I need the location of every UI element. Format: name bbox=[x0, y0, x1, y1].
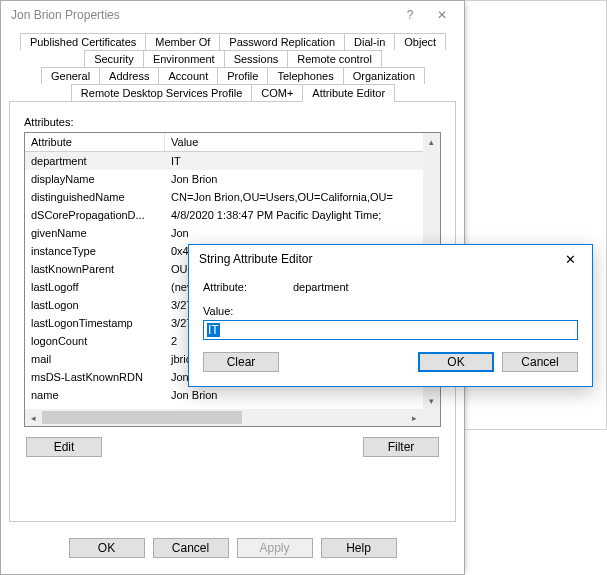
modal-cancel-button[interactable]: Cancel bbox=[502, 352, 578, 372]
value-input[interactable]: IT bbox=[203, 320, 578, 340]
cell-attribute: msDS-LastKnownRDN bbox=[25, 371, 165, 383]
cell-attribute: distinguishedName bbox=[25, 191, 165, 203]
help-button[interactable]: Help bbox=[321, 538, 397, 558]
filter-button[interactable]: Filter bbox=[363, 437, 439, 457]
modal-titlebar[interactable]: String Attribute Editor ✕ bbox=[189, 245, 592, 273]
tabs: Published CertificatesMember OfPassword … bbox=[9, 33, 456, 102]
close-icon[interactable]: ✕ bbox=[428, 5, 456, 25]
cell-attribute: logonCount bbox=[25, 335, 165, 347]
tab-object[interactable]: Object bbox=[394, 33, 446, 50]
cell-attribute: lastLogoff bbox=[25, 281, 165, 293]
scroll-down-icon[interactable]: ▾ bbox=[423, 392, 440, 409]
modal-ok-button[interactable]: OK bbox=[418, 352, 494, 372]
table-row[interactable]: givenNameJon bbox=[25, 224, 440, 242]
cell-attribute: lastLogon bbox=[25, 299, 165, 311]
scroll-right-icon[interactable]: ▸ bbox=[406, 409, 423, 426]
col-attribute[interactable]: Attribute bbox=[25, 133, 165, 151]
tab-remote-desktop-services-profile[interactable]: Remote Desktop Services Profile bbox=[71, 84, 252, 101]
cancel-button[interactable]: Cancel bbox=[153, 538, 229, 558]
ok-button[interactable]: OK bbox=[69, 538, 145, 558]
horizontal-scrollbar[interactable]: ◂ ▸ bbox=[25, 409, 440, 426]
tab-organization[interactable]: Organization bbox=[343, 67, 425, 84]
value-label: Value: bbox=[203, 305, 578, 317]
cell-value: 4/8/2020 1:38:47 PM Pacific Daylight Tim… bbox=[165, 209, 440, 221]
cell-value: CN=Jon Brion,OU=Users,OU=California,OU= bbox=[165, 191, 440, 203]
cell-attribute: displayName bbox=[25, 173, 165, 185]
scroll-left-icon[interactable]: ◂ bbox=[25, 409, 42, 426]
cell-value: IT bbox=[165, 155, 440, 167]
tab-password-replication[interactable]: Password Replication bbox=[219, 33, 345, 50]
tab-published-certificates[interactable]: Published Certificates bbox=[20, 33, 146, 50]
edit-button[interactable]: Edit bbox=[26, 437, 102, 457]
cell-attribute: name bbox=[25, 389, 165, 401]
table-row[interactable]: distinguishedNameCN=Jon Brion,OU=Users,O… bbox=[25, 188, 440, 206]
window-title: Jon Brion Properties bbox=[11, 8, 120, 22]
tab-account[interactable]: Account bbox=[158, 67, 218, 84]
value-input-text: IT bbox=[207, 323, 220, 337]
tab-attribute-editor[interactable]: Attribute Editor bbox=[302, 84, 395, 102]
tab-general[interactable]: General bbox=[41, 67, 100, 84]
tab-remote-control[interactable]: Remote control bbox=[287, 50, 382, 67]
table-row[interactable]: departmentIT bbox=[25, 152, 440, 170]
cell-attribute: dSCorePropagationD... bbox=[25, 209, 165, 221]
cell-attribute: department bbox=[25, 155, 165, 167]
tab-profile[interactable]: Profile bbox=[217, 67, 268, 84]
cell-attribute: givenName bbox=[25, 227, 165, 239]
cell-attribute: lastLogonTimestamp bbox=[25, 317, 165, 329]
apply-button[interactable]: Apply bbox=[237, 538, 313, 558]
table-row[interactable]: displayNameJon Brion bbox=[25, 170, 440, 188]
close-icon[interactable]: ✕ bbox=[552, 247, 588, 271]
tab-member-of[interactable]: Member Of bbox=[145, 33, 220, 50]
tab-telephones[interactable]: Telephones bbox=[267, 67, 343, 84]
table-header[interactable]: Attribute Value bbox=[25, 133, 440, 152]
cell-attribute: lastKnownParent bbox=[25, 263, 165, 275]
scroll-thumb[interactable] bbox=[42, 411, 242, 424]
tab-environment[interactable]: Environment bbox=[143, 50, 225, 67]
clear-button[interactable]: Clear bbox=[203, 352, 279, 372]
attribute-name: department bbox=[293, 281, 349, 293]
cell-value: Jon Brion bbox=[165, 389, 440, 401]
tab-com-[interactable]: COM+ bbox=[251, 84, 303, 101]
string-attribute-editor-dialog: String Attribute Editor ✕ Attribute: dep… bbox=[188, 244, 593, 387]
col-value[interactable]: Value bbox=[165, 133, 440, 151]
dialog-footer: OK Cancel Apply Help bbox=[1, 530, 464, 570]
tab-dial-in[interactable]: Dial-in bbox=[344, 33, 395, 50]
cell-attribute: instanceType bbox=[25, 245, 165, 257]
cell-value: Jon bbox=[165, 227, 440, 239]
tab-security[interactable]: Security bbox=[84, 50, 144, 67]
attributes-label: Attributes: bbox=[24, 116, 441, 128]
tab-address[interactable]: Address bbox=[99, 67, 159, 84]
help-icon[interactable]: ? bbox=[400, 5, 420, 25]
cell-value: Jon Brion bbox=[165, 173, 440, 185]
titlebar[interactable]: Jon Brion Properties ? ✕ bbox=[1, 1, 464, 29]
table-row[interactable]: dSCorePropagationD...4/8/2020 1:38:47 PM… bbox=[25, 206, 440, 224]
tab-sessions[interactable]: Sessions bbox=[224, 50, 289, 67]
attribute-label: Attribute: bbox=[203, 281, 293, 293]
cell-attribute: mail bbox=[25, 353, 165, 365]
table-row[interactable]: nameJon Brion bbox=[25, 386, 440, 404]
scroll-up-icon[interactable]: ▴ bbox=[423, 133, 440, 150]
modal-title: String Attribute Editor bbox=[199, 252, 312, 266]
scroll-grip bbox=[423, 409, 440, 426]
